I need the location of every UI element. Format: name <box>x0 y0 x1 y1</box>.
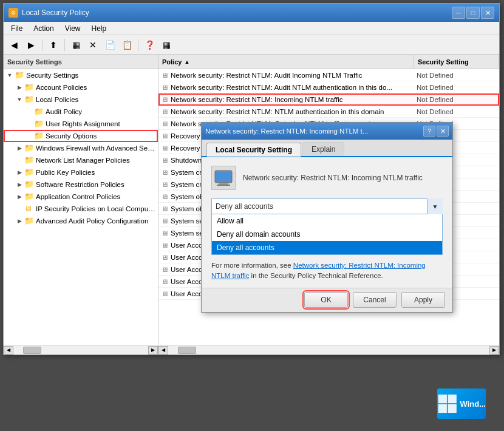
help-button[interactable]: ❓ <box>141 38 157 52</box>
folder-icon: 📁 <box>34 131 44 141</box>
sidebar-item-local-policies[interactable]: ▼ 📁 Local Policies <box>4 93 158 106</box>
dropdown-list: Allow all Deny all domain accounts Deny … <box>211 214 443 255</box>
folder-icon: 📁 <box>34 119 44 129</box>
toolbar-sep-2 <box>64 39 65 51</box>
tree-item-label: Audit Policy <box>46 108 82 115</box>
svg-rect-7 <box>448 404 457 413</box>
row-policy-text: Network security: Restrict NTLM: Incomin… <box>171 96 414 103</box>
sidebar-item-windows-firewall[interactable]: ▶ 📁 Windows Firewall with Advanced Secu.… <box>4 142 158 154</box>
properties-button[interactable]: 📄 <box>102 38 118 52</box>
sidebar-item-user-rights[interactable]: 📁 User Rights Assignment <box>4 118 158 130</box>
svg-rect-2 <box>219 183 228 185</box>
dropdown-option-deny-domain[interactable]: Deny all domain accounts <box>212 228 442 241</box>
maximize-button[interactable]: □ <box>466 7 480 19</box>
sidebar-item-audit-policy[interactable]: 📁 Audit Policy <box>4 106 158 118</box>
toolbar-sep-3 <box>138 39 138 51</box>
title-controls: ─ □ ✕ <box>452 7 494 19</box>
col-setting-header[interactable]: Security Setting <box>414 55 499 69</box>
show-hide-button[interactable]: ▦ <box>68 38 84 52</box>
tree-item-label: Application Control Policies <box>36 193 120 200</box>
folder-icon: 📁 <box>24 168 34 177</box>
menu-view[interactable]: View <box>60 23 86 34</box>
svg-rect-5 <box>448 395 457 403</box>
tree-item-label: Security Options <box>46 132 97 140</box>
table-row-highlighted[interactable]: 🖥 Network security: Restrict NTLM: Incom… <box>158 93 499 106</box>
list-header: Policy ▲ Security Setting <box>158 55 499 69</box>
folder-icon: 🖥 <box>24 204 34 214</box>
menu-file[interactable]: File <box>6 23 27 34</box>
delete-button[interactable]: ✕ <box>85 38 101 52</box>
folder-icon: 📁 <box>24 216 34 226</box>
sidebar-item-security-options[interactable]: 📁 Security Options <box>4 130 158 142</box>
tree-content[interactable]: ▼ 📁 Security Settings ▶ 📁 Account Polici… <box>4 69 158 345</box>
ok-button[interactable]: OK <box>304 292 348 308</box>
row-setting-text: Not Defined <box>414 108 499 115</box>
col-policy-header[interactable]: Policy ▲ <box>158 55 414 69</box>
col-policy-label: Policy <box>162 58 182 66</box>
row-policy-text: Network security: Restrict NTLM: Audit N… <box>171 84 414 91</box>
dialog-desc-row: Network security: Restrict NTLM: Incomin… <box>211 166 443 190</box>
scroll-left-btn[interactable]: ◀ <box>158 346 168 355</box>
dialog-tabs: Local Security Setting Explain <box>202 140 452 157</box>
dropdown-select[interactable]: Allow all Deny all domain accounts Deny … <box>211 199 443 214</box>
row-policy-text: Network security: Restrict NTLM: Audit I… <box>171 72 414 79</box>
tree-item-label: Windows Firewall with Advanced Secu... <box>36 144 155 152</box>
tab-local-security-setting[interactable]: Local Security Setting <box>206 143 301 157</box>
menu-action[interactable]: Action <box>29 23 58 34</box>
windows-text: Wind... <box>460 399 486 409</box>
row-icon: 🖥 <box>158 217 171 225</box>
dialog-help-button[interactable]: ? <box>423 126 435 137</box>
back-button[interactable]: ◀ <box>6 38 22 52</box>
folder-icon: 📁 <box>24 192 34 202</box>
scroll-thumb[interactable] <box>23 347 41 354</box>
dialog-title: Network security: Restrict NTLM: Incomin… <box>205 127 423 135</box>
sidebar-item-advanced-audit[interactable]: ▶ 📁 Advanced Audit Policy Configuration <box>4 215 158 227</box>
apply-button[interactable]: Apply <box>401 292 445 308</box>
expand-icon: ▼ <box>15 97 24 103</box>
folder-icon: 📁 <box>24 143 34 153</box>
dialog: Network security: Restrict NTLM: Incomin… <box>201 122 453 313</box>
table-row[interactable]: 🖥 Network security: Restrict NTLM: Audit… <box>158 69 499 81</box>
tree-item-label: Account Policies <box>36 84 87 91</box>
table-row[interactable]: 🖥 Network security: Restrict NTLM: NTLM … <box>158 106 499 118</box>
tree-item-label: Advanced Audit Policy Configuration <box>36 217 148 225</box>
sidebar-item-software-restriction[interactable]: ▶ 📁 Software Restriction Policies <box>4 178 158 191</box>
scroll-thumb[interactable] <box>178 347 196 354</box>
tree-item-label: Local Policies <box>36 96 78 103</box>
list-h-scrollbar[interactable]: ◀ ▶ <box>158 345 499 355</box>
close-button[interactable]: ✕ <box>481 7 494 19</box>
sidebar-item-network-list[interactable]: 📁 Network List Manager Policies <box>4 154 158 166</box>
sidebar-item-ip-security[interactable]: 🖥 IP Security Policies on Local Compute.… <box>4 203 158 215</box>
table-row[interactable]: 🖥 Network security: Restrict NTLM: Audit… <box>158 81 499 93</box>
tab-explain[interactable]: Explain <box>302 142 344 156</box>
up-button[interactable]: ⬆ <box>46 38 61 52</box>
scroll-right-btn[interactable]: ▶ <box>489 346 499 355</box>
view-button[interactable]: ▦ <box>158 38 174 52</box>
folder-icon: 📁 <box>24 83 34 92</box>
sidebar-item-public-key[interactable]: ▶ 📁 Public Key Policies <box>4 166 158 178</box>
sidebar-item-account-policies[interactable]: ▶ 📁 Account Policies <box>4 81 158 93</box>
dialog-body: Network security: Restrict NTLM: Incomin… <box>202 157 452 288</box>
forward-button[interactable]: ▶ <box>23 38 39 52</box>
toolbar-sep-1 <box>42 39 43 51</box>
scroll-left-btn[interactable]: ◀ <box>4 346 13 355</box>
tree-h-scrollbar[interactable]: ◀ ▶ <box>4 345 158 355</box>
sidebar-item-security-settings[interactable]: ▼ 📁 Security Settings <box>4 69 158 81</box>
tree-item-label: IP Security Policies on Local Compute... <box>36 205 155 212</box>
sidebar-item-app-control[interactable]: ▶ 📁 Application Control Policies <box>4 191 158 203</box>
export-button[interactable]: 📋 <box>119 38 135 52</box>
cancel-button[interactable]: Cancel <box>353 292 397 308</box>
minimize-button[interactable]: ─ <box>452 7 465 19</box>
tree-item-label: Software Restriction Policies <box>36 181 124 188</box>
tree-header: Security Settings <box>4 55 158 69</box>
svg-rect-6 <box>438 404 447 413</box>
svg-rect-3 <box>217 185 230 186</box>
dropdown-option-deny-all[interactable]: Deny all accounts <box>212 241 442 254</box>
expand-icon: ▶ <box>15 194 24 200</box>
dropdown-option-allow-all[interactable]: Allow all <box>212 214 442 228</box>
row-icon: 🖥 <box>158 181 171 188</box>
dialog-close-button[interactable]: ✕ <box>437 126 449 137</box>
scroll-right-btn[interactable]: ▶ <box>148 346 158 355</box>
menu-help[interactable]: Help <box>87 23 112 34</box>
dialog-info-text1: For more information, see <box>211 262 293 269</box>
